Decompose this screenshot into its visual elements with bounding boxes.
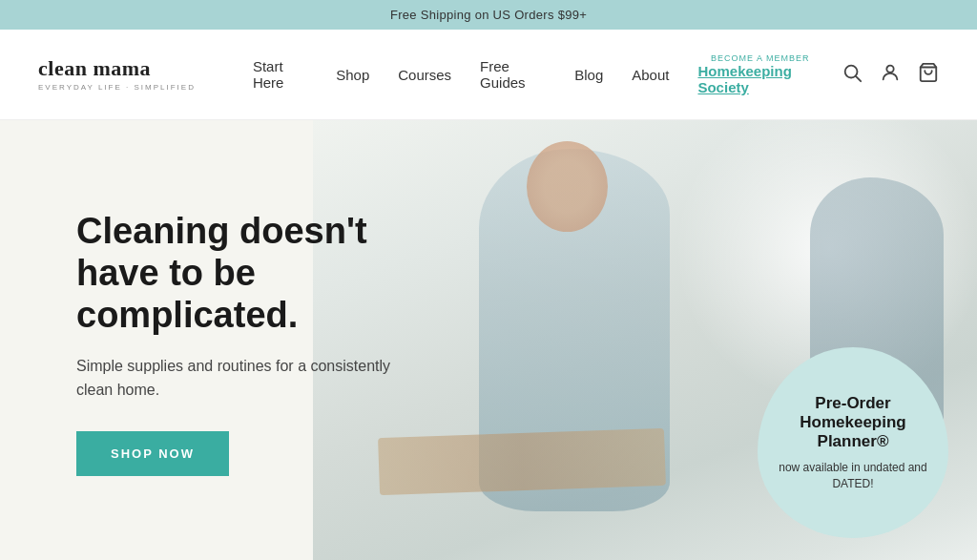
hero-content: Cleaning doesn't have to be complicated.… bbox=[0, 211, 401, 476]
banner-text: Free Shipping on US Orders $99+ bbox=[390, 8, 587, 22]
preorder-title: Pre-Order Homekeeping Planner® bbox=[775, 394, 931, 452]
logo-name: clean mama bbox=[38, 57, 196, 80]
nav-item-about[interactable]: About bbox=[632, 67, 669, 83]
header-icons bbox=[842, 62, 939, 88]
search-icon[interactable] bbox=[842, 62, 863, 88]
cart-icon[interactable] bbox=[918, 62, 939, 88]
main-nav: Start Here Shop Courses Free Guides Blog… bbox=[253, 53, 822, 95]
nav-item-start-here[interactable]: Start Here bbox=[253, 58, 307, 91]
nav-item-shop[interactable]: Shop bbox=[336, 67, 369, 83]
svg-line-1 bbox=[856, 76, 861, 81]
preorder-subtitle: now available in undated and DATED! bbox=[775, 460, 931, 492]
top-banner: Free Shipping on US Orders $99+ bbox=[0, 0, 977, 30]
nav-member-become-label: BECOME A MEMBER bbox=[711, 53, 810, 63]
nav-item-free-guides[interactable]: Free Guides bbox=[480, 58, 546, 91]
logo-tagline: EVERYDAY LIFE · SIMPLIFIED bbox=[38, 83, 196, 92]
logo[interactable]: clean mama EVERYDAY LIFE · SIMPLIFIED bbox=[38, 57, 196, 92]
nav-item-blog[interactable]: Blog bbox=[574, 67, 603, 83]
shop-now-button[interactable]: SHOP NOW bbox=[76, 431, 229, 476]
nav-item-courses[interactable]: Courses bbox=[398, 67, 451, 83]
hero-subtext: Simple supplies and routines for a consi… bbox=[76, 355, 401, 403]
svg-point-2 bbox=[886, 65, 893, 72]
header: clean mama EVERYDAY LIFE · SIMPLIFIED St… bbox=[0, 30, 977, 120]
hero-section: Cleaning doesn't have to be complicated.… bbox=[0, 120, 977, 560]
account-icon[interactable] bbox=[880, 62, 901, 88]
nav-member-title: Homekeeping Society bbox=[697, 63, 822, 95]
nav-member-link[interactable]: BECOME A MEMBER Homekeeping Society bbox=[697, 53, 822, 95]
hero-headline: Cleaning doesn't have to be complicated. bbox=[76, 211, 401, 336]
